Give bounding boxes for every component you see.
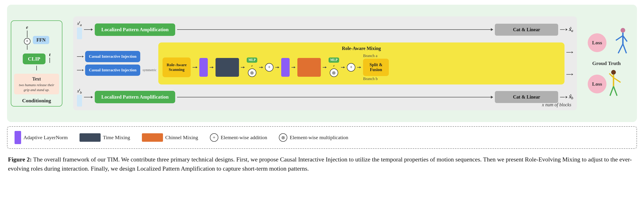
legend-item-channel: Chinnel Mixing xyxy=(142,133,198,142)
svg-line-8 xyxy=(614,78,620,82)
e-label-2: e xyxy=(333,64,334,68)
svg-line-10 xyxy=(610,86,614,96)
human-figure-a xyxy=(609,28,628,58)
adaptive-layernorm-2 xyxy=(281,58,290,77)
legend-symbol-mult: ⊗ xyxy=(279,133,287,142)
svg-point-6 xyxy=(611,70,616,75)
cat-linear-bottom: Cat & Linear xyxy=(495,91,558,103)
cii-box-bottom: Casual Interactive Injection xyxy=(85,65,140,76)
num-blocks-label: x num of blocks xyxy=(542,102,571,107)
conditioning-label: Conditioning xyxy=(22,98,51,104)
lpa-box-bottom: Localized Pattern Amplification xyxy=(95,91,175,103)
branch-a-label: Branch a xyxy=(363,54,377,58)
token-b-bottom xyxy=(77,95,82,107)
channel-mixing-block xyxy=(298,58,321,77)
e-label-1: e xyxy=(252,64,252,68)
text-content: two humans release their grip and stand … xyxy=(16,83,57,92)
right-panel: Loss Groud Truth Loss xyxy=(581,28,632,99)
legend-label-addition: Element-wise addition xyxy=(221,134,267,141)
human-figure-b xyxy=(609,69,628,99)
sym-label: symmetric xyxy=(142,68,156,72)
ram-title: Role-Aware Mixing xyxy=(162,46,560,51)
text-box: Text two humans release their grip and s… xyxy=(14,74,59,94)
plus-circle-top: + xyxy=(24,38,30,45)
legend-item-adaptive: Adaptive LayerNorm xyxy=(14,131,68,144)
svg-line-5 xyxy=(623,44,626,53)
svg-line-2 xyxy=(616,36,623,40)
ground-truth-label: Groud Truth xyxy=(592,60,621,66)
clip-box: CLIP xyxy=(23,54,46,64)
oplus-2: + xyxy=(347,63,355,72)
otimes-2: ⊗ xyxy=(330,69,338,77)
e-output-label: e xyxy=(26,25,28,30)
legend-swatch-channel xyxy=(142,133,163,142)
cat-linear-top: Cat & Linear xyxy=(495,24,558,36)
legend-item-mult: ⊗ Element-wise multiplication xyxy=(279,133,348,142)
svg-point-0 xyxy=(620,28,625,33)
ffn-box: FFN xyxy=(33,36,50,44)
adaptive-layernorm-1 xyxy=(199,58,208,77)
loss-box-bottom: Loss xyxy=(588,75,606,93)
split-fusion-box: Split & Fusion xyxy=(363,59,389,76)
token-a-top xyxy=(77,28,82,39)
oplus-1: + xyxy=(265,63,274,72)
legend-area: Adaptive LayerNorm Time Mixing Chinnel M… xyxy=(7,126,637,149)
otimes-1: ⊗ xyxy=(248,69,256,77)
legend-label-mult: Element-wise multiplication xyxy=(290,134,348,141)
lpa-box-top: Localized Pattern Amplification xyxy=(95,24,175,36)
x-a-label: xta xyxy=(77,20,82,27)
time-mixing-block xyxy=(216,58,239,77)
legend-item-time: Time Mixing xyxy=(80,133,130,142)
branch-b-label: Branch b xyxy=(363,77,378,81)
text-label: Text xyxy=(16,76,57,82)
cii-box-top: Casual Interactive Injection xyxy=(85,51,140,62)
main-block: xta Localized Pattern Amplification xyxy=(73,17,577,110)
mlp-box-1: MLP xyxy=(247,58,257,63)
svg-line-4 xyxy=(618,44,623,53)
legend-symbol-addition: + xyxy=(210,133,218,142)
ram-block: Role-Aware Mixing Role-Aware Scanning xyxy=(158,43,564,85)
legend-label-adaptive: Adaptive LayerNorm xyxy=(24,134,68,141)
x-hat-a: x̂a xyxy=(568,26,573,33)
svg-line-11 xyxy=(614,86,617,96)
caption-bold: Figure 2: xyxy=(8,156,32,163)
mlp-box-2: MLP xyxy=(328,58,339,63)
t-label: t xyxy=(49,52,50,57)
legend-swatch-adaptive xyxy=(14,131,21,144)
loss-box-top: Loss xyxy=(588,33,606,52)
legend-label-time: Time Mixing xyxy=(103,134,130,141)
legend-swatch-time xyxy=(80,133,100,142)
legend-label-channel: Chinnel Mixing xyxy=(165,134,198,141)
conditioning-box: e + FFN CLIP t Text two humans xyxy=(11,21,62,107)
figure-caption: Figure 2: The overall framework of our T… xyxy=(7,155,637,173)
x-b-label: xtb xyxy=(77,88,82,95)
ras-box: Role-Aware Scanning xyxy=(162,58,191,77)
x-hat-b: x̂b xyxy=(568,94,573,100)
main-figure: e + FFN CLIP t Text two humans xyxy=(7,5,637,173)
legend-item-addition: + Element-wise addition xyxy=(210,133,267,142)
caption-text: The overall framework of our TIM. We con… xyxy=(8,156,632,172)
diagram-wrapper: e + FFN CLIP t Text two humans xyxy=(7,5,637,122)
